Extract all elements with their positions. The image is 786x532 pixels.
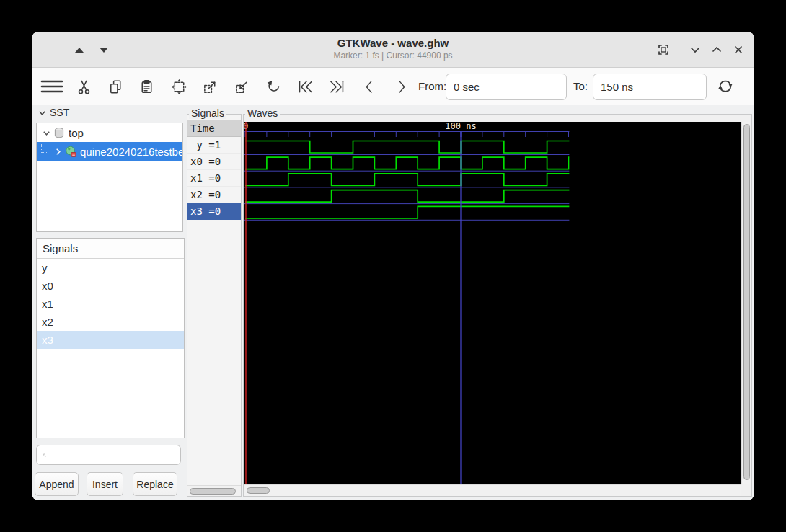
close-button[interactable] xyxy=(730,41,747,58)
insert-button[interactable]: Insert xyxy=(87,472,123,496)
chevron-up-icon xyxy=(710,43,723,56)
waves-panel: Waves 0100 ns xyxy=(243,114,752,497)
zoom-fit-button[interactable] xyxy=(166,74,192,99)
next-edge-button[interactable] xyxy=(388,74,414,99)
signal-item-x1[interactable]: x1 xyxy=(37,295,184,313)
fullscreen-button[interactable] xyxy=(655,41,672,58)
sst-tree: top quine20240216testbench xyxy=(36,123,183,232)
reload-button[interactable] xyxy=(712,74,738,99)
search-input[interactable] xyxy=(50,449,180,461)
signal-item-x3[interactable]: x3 xyxy=(37,331,184,349)
scrollbar-thumb[interactable] xyxy=(247,487,270,494)
wave-hscrollbar[interactable] xyxy=(244,484,741,496)
database-icon xyxy=(53,127,65,139)
sst-header-label: SST xyxy=(50,107,69,118)
window-title: GTKWave - wave.ghw xyxy=(32,37,754,49)
scrollbar-thumb[interactable] xyxy=(190,488,236,495)
zoom-in-button[interactable] xyxy=(197,74,223,99)
wave-canvas[interactable]: 0100 ns xyxy=(244,122,741,484)
tree-item-label: top xyxy=(69,127,182,139)
skip-start-icon xyxy=(296,79,314,95)
append-button[interactable]: Append xyxy=(35,472,79,496)
signals-list-header[interactable]: Signals xyxy=(37,239,184,259)
reload-icon xyxy=(716,77,735,96)
value-row-x0[interactable]: x0 =0 xyxy=(187,154,241,170)
waveform-traces: 0100 ns xyxy=(244,122,741,484)
replace-button[interactable]: Replace xyxy=(133,472,177,496)
tree-item-label: quine20240216testbench xyxy=(80,146,182,158)
paste-icon xyxy=(138,79,155,95)
value-row-x3[interactable]: x3 =0 xyxy=(187,203,241,220)
signal-item-y[interactable]: y xyxy=(37,259,184,277)
titlebar: GTKWave - wave.ghw Marker: 1 fs | Cursor… xyxy=(32,32,754,68)
value-row-y[interactable]: y =1 xyxy=(187,137,241,154)
cut-icon xyxy=(76,79,92,95)
expander-closed-icon[interactable] xyxy=(53,147,63,156)
scrollbar-thumb[interactable] xyxy=(743,124,750,480)
signal-item-x0[interactable]: x0 xyxy=(37,277,184,295)
package-icon xyxy=(65,146,77,158)
wave-vscrollbar[interactable] xyxy=(741,122,751,484)
from-label: From: xyxy=(418,80,446,92)
chevron-down-icon xyxy=(689,43,702,56)
value-row-x2[interactable]: x2 =0 xyxy=(187,187,241,203)
values-panel: Signals Time y =1 x0 =0 x1 =0 x2 =0 x3 =… xyxy=(187,114,242,497)
skip-end-icon xyxy=(328,79,346,95)
waves-frame-label: Waves xyxy=(245,107,280,119)
signal-item-x2[interactable]: x2 xyxy=(37,313,184,331)
close-icon xyxy=(732,43,745,56)
from-input[interactable] xyxy=(446,74,567,100)
paste-button[interactable] xyxy=(133,74,159,99)
gtkwave-window: GTKWave - wave.ghw Marker: 1 fs | Cursor… xyxy=(32,32,754,500)
tree-connector xyxy=(41,144,48,153)
signals-list: Signals y x0 x1 x2 x3 xyxy=(36,238,185,438)
search-icon xyxy=(43,450,46,461)
zoom-in-icon xyxy=(202,79,218,95)
chevron-left-icon xyxy=(361,79,378,95)
values-hscrollbar[interactable] xyxy=(187,485,241,496)
chevron-right-icon xyxy=(393,79,410,95)
maximize-button[interactable] xyxy=(708,41,725,58)
signal-search xyxy=(36,445,181,465)
fullscreen-icon xyxy=(657,43,670,56)
time-header[interactable]: Time xyxy=(187,120,241,137)
expander-open-icon[interactable] xyxy=(41,128,51,138)
copy-icon xyxy=(107,79,124,95)
svg-text:100 ns: 100 ns xyxy=(445,122,476,131)
hamburger-icon xyxy=(40,78,63,95)
prev-edge-button[interactable] xyxy=(356,74,382,99)
minimize-button[interactable] xyxy=(686,41,704,58)
values-frame-label: Signals xyxy=(189,107,226,119)
zoom-out-icon xyxy=(234,79,250,95)
undo-button[interactable] xyxy=(260,74,286,99)
sst-header[interactable]: SST xyxy=(37,107,69,118)
marker-cursor-status: Marker: 1 fs | Cursor: 44900 ps xyxy=(32,50,754,61)
undo-icon xyxy=(265,79,282,95)
sst-expander-icon xyxy=(37,108,47,118)
value-row-x1[interactable]: x1 =0 xyxy=(187,170,241,187)
zoom-fit-icon xyxy=(171,79,187,95)
to-input[interactable] xyxy=(593,74,707,100)
skip-to-start-button[interactable] xyxy=(292,74,318,99)
to-label: To: xyxy=(573,80,588,92)
tree-item-top[interactable]: top xyxy=(37,123,182,142)
values-rows: Time y =1 x0 =0 x1 =0 x2 =0 x3 =0 xyxy=(187,120,241,220)
menu-button[interactable] xyxy=(39,74,65,99)
tree-item-quine-testbench[interactable]: quine20240216testbench xyxy=(37,142,182,161)
copy-button[interactable] xyxy=(102,74,128,99)
skip-to-end-button[interactable] xyxy=(324,74,350,99)
zoom-out-button[interactable] xyxy=(229,74,255,99)
cut-button[interactable] xyxy=(71,74,97,99)
